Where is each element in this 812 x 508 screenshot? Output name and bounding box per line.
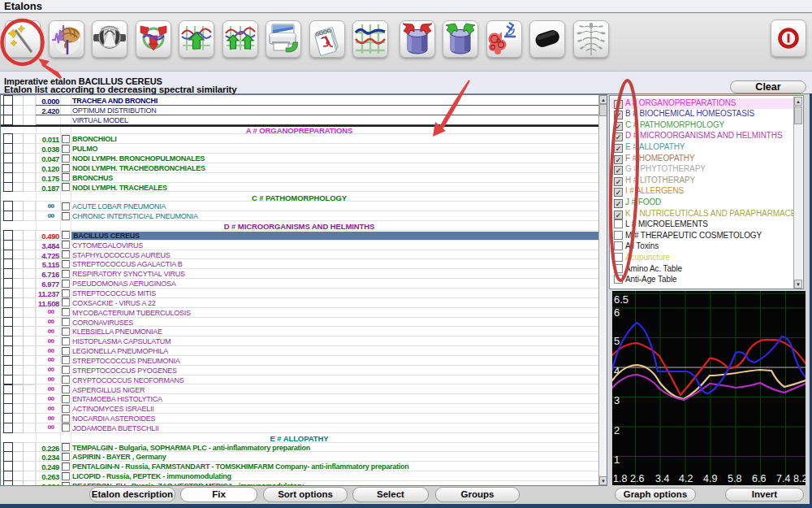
svg-text:2: 2 bbox=[614, 424, 620, 436]
svg-text:5.8: 5.8 bbox=[728, 473, 741, 484]
svg-text:4.2: 4.2 bbox=[679, 473, 693, 484]
svg-text:7.4: 7.4 bbox=[776, 473, 790, 484]
svg-text:3: 3 bbox=[614, 394, 620, 406]
svg-text:2.6: 2.6 bbox=[630, 473, 644, 484]
svg-text:6.5: 6.5 bbox=[614, 293, 628, 306]
svg-text:1: 1 bbox=[614, 454, 620, 466]
svg-text:5: 5 bbox=[614, 335, 620, 347]
svg-text:8.2: 8.2 bbox=[793, 473, 806, 484]
svg-text:1.8: 1.8 bbox=[613, 473, 627, 484]
svg-text:4.9: 4.9 bbox=[703, 473, 717, 484]
svg-text:6: 6 bbox=[614, 306, 620, 319]
svg-text:3.4: 3.4 bbox=[655, 473, 669, 484]
svg-text:6.6: 6.6 bbox=[752, 473, 766, 484]
